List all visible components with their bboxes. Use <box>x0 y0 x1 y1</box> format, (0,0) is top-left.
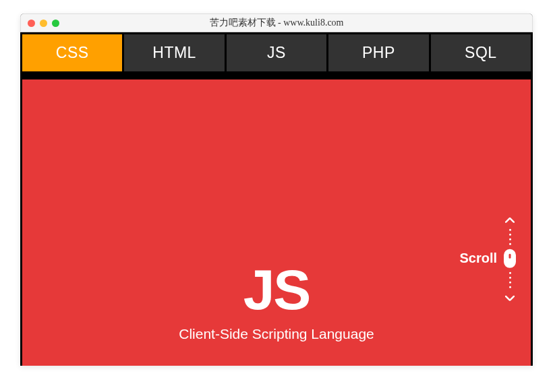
tab-label: HTML <box>152 44 196 61</box>
content-panel: JS Client-Side Scripting Language Scroll <box>22 79 531 366</box>
mouse-icon <box>504 249 516 267</box>
tab-css[interactable]: CSS <box>22 34 122 71</box>
tab-js[interactable]: JS <box>227 34 326 71</box>
scroll-dots-down <box>509 271 511 288</box>
chevron-up-icon <box>505 214 515 224</box>
content-subtitle: Client-Side Scripting Language <box>179 326 374 342</box>
minimize-icon[interactable] <box>40 20 47 27</box>
tab-php[interactable]: PHP <box>328 34 428 71</box>
tab-html[interactable]: HTML <box>124 34 224 71</box>
tab-bar: CSS HTML JS PHP SQL <box>20 32 533 79</box>
titlebar: 苦力吧素材下载 - www.kuli8.com <box>20 13 533 32</box>
content-title: JS <box>243 261 310 318</box>
scroll-visual <box>504 214 516 302</box>
scroll-indicator[interactable]: Scroll <box>459 214 516 302</box>
tab-label: CSS <box>56 44 89 61</box>
chevron-down-icon <box>505 292 515 302</box>
tab-label: PHP <box>362 44 395 61</box>
tab-label: JS <box>267 44 286 61</box>
maximize-icon[interactable] <box>52 20 59 27</box>
window-title: 苦力吧素材下载 - www.kuli8.com <box>28 17 525 29</box>
scroll-label: Scroll <box>459 251 497 266</box>
tab-label: SQL <box>465 44 497 61</box>
traffic-lights <box>28 20 59 27</box>
scroll-dots-up <box>509 228 511 244</box>
browser-window: 苦力吧素材下载 - www.kuli8.com CSS HTML JS PHP … <box>20 13 533 366</box>
tab-sql[interactable]: SQL <box>431 34 531 71</box>
close-icon[interactable] <box>28 20 35 27</box>
